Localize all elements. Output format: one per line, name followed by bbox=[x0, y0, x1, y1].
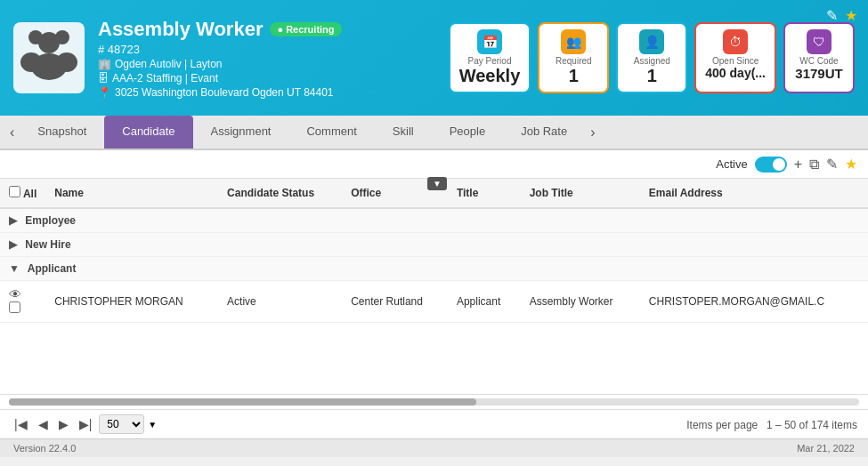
col-email: Email Address bbox=[640, 179, 868, 208]
tab-people[interactable]: People bbox=[432, 116, 503, 149]
group-employee-label: Employee bbox=[25, 214, 76, 227]
content-area: Active + ⧉ ✎ ★ ▼ All Name Candidate Stat… bbox=[0, 150, 868, 438]
building-icon: 🏢 bbox=[98, 58, 111, 70]
stat-card-pay-period[interactable]: 📅 Pay Period Weekly bbox=[449, 22, 531, 93]
required-label: Required bbox=[556, 56, 592, 66]
svg-point-1 bbox=[28, 30, 43, 44]
wc-code-value: 3179UT bbox=[795, 66, 842, 81]
open-since-label: Open Since bbox=[712, 56, 758, 66]
row-select-checkbox[interactable] bbox=[9, 301, 20, 313]
last-page-button[interactable]: ▶| bbox=[76, 415, 96, 433]
edit-top-button[interactable]: ✎ bbox=[826, 7, 838, 24]
job-id: # 48723 bbox=[98, 43, 435, 56]
active-label: Active bbox=[716, 157, 747, 171]
chevron-select-icon: ▼ bbox=[148, 420, 157, 430]
select-all-checkbox[interactable] bbox=[9, 186, 20, 197]
pay-period-label: Pay Period bbox=[468, 56, 512, 66]
group-applicant-toggle[interactable]: ▼ bbox=[9, 262, 20, 275]
tab-snapshot[interactable]: Snapshot bbox=[20, 116, 104, 149]
svg-point-4 bbox=[20, 52, 42, 72]
location-icon: 📍 bbox=[98, 86, 111, 99]
scroll-track bbox=[9, 398, 859, 406]
stat-card-assigned[interactable]: 👤 Assigned 1 bbox=[616, 22, 687, 93]
tab-nav-left[interactable]: ‹ bbox=[4, 117, 20, 148]
group-employee-toggle[interactable]: ▶ bbox=[9, 214, 17, 227]
clock-icon: ⏱ bbox=[723, 29, 748, 54]
tab-comment[interactable]: Comment bbox=[288, 116, 374, 149]
page-size-select[interactable]: 50 25 100 bbox=[99, 414, 144, 434]
candidate-table: All Name Candidate Status Office Title J… bbox=[0, 179, 868, 323]
date-label: Mar 21, 2022 bbox=[797, 443, 855, 454]
stat-card-wc-code[interactable]: 🛡 WC Code 3179UT bbox=[783, 22, 855, 93]
add-button[interactable]: + bbox=[794, 157, 802, 173]
required-value: 1 bbox=[569, 66, 579, 86]
tabs-bar: ‹ Snapshot Candidate Assignment Comment … bbox=[0, 116, 868, 150]
row-job-title: Assembly Worker bbox=[521, 281, 640, 323]
version-label: Version 22.4.0 bbox=[13, 443, 76, 454]
header-info: Assembly Worker ● Recruiting # 48723 🏢 O… bbox=[98, 18, 435, 99]
favorite-button[interactable]: ★ bbox=[845, 156, 857, 173]
database-icon: 🗄 bbox=[98, 72, 109, 84]
group-new-hire-toggle[interactable]: ▶ bbox=[9, 238, 17, 251]
status-badge: ● Recruiting bbox=[270, 22, 341, 36]
first-page-button[interactable]: |◀ bbox=[11, 415, 31, 433]
toggle-knob bbox=[773, 158, 785, 171]
top-actions: ✎ ★ bbox=[826, 7, 857, 24]
stat-card-required[interactable]: 👥 Required 1 bbox=[538, 22, 609, 93]
stat-card-open-since[interactable]: ⏱ Open Since 400 day(... bbox=[694, 22, 776, 93]
col-job-title: Job Title bbox=[521, 179, 640, 208]
shield-icon: 🛡 bbox=[807, 29, 831, 54]
group-new-hire-label: New Hire bbox=[25, 238, 70, 251]
pay-period-value: Weekly bbox=[459, 66, 521, 86]
row-actions-cell: 👁 bbox=[0, 281, 45, 323]
stat-cards: 📅 Pay Period Weekly 👥 Required 1 👤 Assig… bbox=[449, 22, 855, 93]
column-filter-button[interactable]: ▼ bbox=[427, 177, 447, 190]
prev-page-button[interactable]: ◀ bbox=[35, 415, 52, 433]
row-email: CHRISTOPER.MORGAN@GMAIL.C bbox=[640, 281, 868, 323]
eye-icon[interactable]: 👁 bbox=[9, 287, 21, 301]
scroll-thumb[interactable] bbox=[9, 398, 476, 406]
tab-job-rate[interactable]: Job Rate bbox=[503, 116, 585, 149]
group-new-hire: ▶ New Hire bbox=[0, 233, 868, 257]
next-page-button[interactable]: ▶ bbox=[55, 415, 72, 433]
content-toolbar: Active + ⧉ ✎ ★ bbox=[0, 150, 868, 179]
tab-nav-right[interactable]: › bbox=[585, 117, 600, 148]
copy-button[interactable]: ⧉ bbox=[809, 157, 819, 173]
tab-candidate[interactable]: Candidate bbox=[104, 116, 192, 149]
scroll-bar-container bbox=[0, 394, 868, 409]
favorite-top-button[interactable]: ★ bbox=[845, 7, 857, 24]
svg-point-2 bbox=[55, 30, 69, 44]
edit-button[interactable]: ✎ bbox=[826, 156, 838, 173]
group-applicant-label: Applicant bbox=[28, 262, 77, 275]
tab-skill[interactable]: Skill bbox=[375, 116, 432, 149]
assigned-value: 1 bbox=[647, 66, 657, 86]
people-icon: 👥 bbox=[561, 29, 586, 54]
table-container: All Name Candidate Status Office Title J… bbox=[0, 179, 868, 394]
group-employee: ▶ Employee bbox=[0, 208, 868, 233]
col-candidate-status: Candidate Status bbox=[218, 179, 342, 208]
items-per-page-label: Items per page bbox=[686, 419, 758, 431]
table-row: 👁 CHRISTOPHER MORGAN Active Center Rutla… bbox=[0, 281, 868, 323]
avatar bbox=[13, 22, 85, 93]
col-name: Name bbox=[45, 179, 218, 208]
row-title: Applicant bbox=[448, 281, 521, 323]
row-office: Center Rutland bbox=[342, 281, 448, 323]
pagination-bar: |◀ ◀ ▶ ▶| 50 25 100 ▼ Items per page 1 –… bbox=[0, 409, 868, 438]
detail-line-2: 🗄 AAA-2 Staffing | Evant bbox=[98, 72, 435, 84]
footer: Version 22.4.0 Mar 21, 2022 bbox=[0, 438, 868, 457]
detail-line-3: 📍 3025 Washington Boulevard Ogden UT 844… bbox=[98, 86, 435, 99]
wc-code-label: WC Code bbox=[799, 56, 838, 66]
col-all-label: All bbox=[23, 188, 37, 200]
job-title-line: Assembly Worker ● Recruiting bbox=[98, 18, 435, 41]
row-candidate-status: Active bbox=[218, 281, 342, 323]
active-toggle[interactable] bbox=[755, 157, 787, 173]
row-name: CHRISTOPHER MORGAN bbox=[45, 281, 218, 323]
person-icon: 👤 bbox=[639, 29, 664, 54]
col-title: Title bbox=[448, 179, 521, 208]
assigned-label: Assigned bbox=[634, 56, 670, 66]
detail-line-1: 🏢 Ogden Autoliv | Layton bbox=[98, 58, 435, 70]
tab-assignment[interactable]: Assignment bbox=[193, 116, 289, 149]
group-applicant: ▼ Applicant bbox=[0, 257, 868, 281]
page-buttons: |◀ ◀ ▶ ▶| 50 25 100 ▼ bbox=[11, 414, 157, 434]
calendar-icon: 📅 bbox=[477, 29, 502, 54]
